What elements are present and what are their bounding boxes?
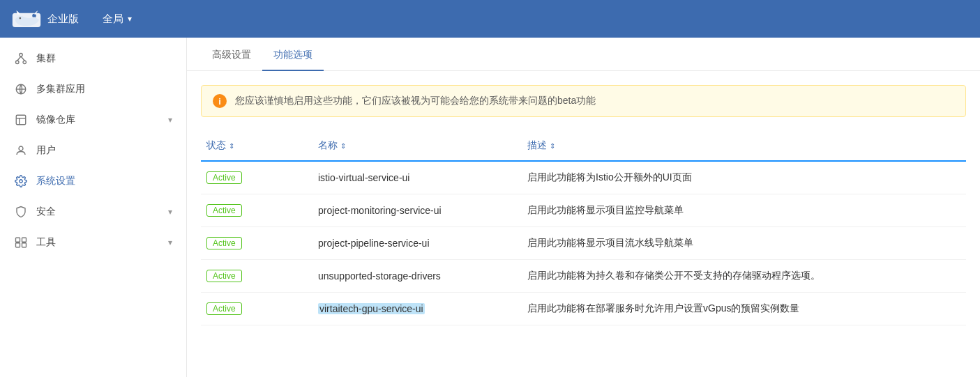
name-cell-1: project-monitoring-service-ui (312, 202, 522, 219)
table-row: Active project-monitoring-service-ui 启用此… (201, 194, 966, 227)
svg-rect-16 (22, 238, 27, 242)
scope-label: 全局 (103, 13, 123, 26)
warning-banner: i 您应该谨慎地启用这些功能，它们应该被视为可能会给您的系统带来问题的beta功… (201, 85, 966, 117)
content-body: i 您应该谨慎地启用这些功能，它们应该被视为可能会给您的系统带来问题的beta功… (187, 71, 980, 325)
table-header-status[interactable]: 状态 ⇕ (201, 137, 312, 155)
table-row: Active project-pipeline-service-ui 启用此功能… (201, 227, 966, 260)
svg-rect-18 (22, 243, 27, 247)
sort-status-icon: ⇕ (229, 142, 234, 150)
svg-point-5 (23, 61, 27, 64)
desc-cell-4: 启用此功能将在部署服务时允许用户设置vGpus的预留实例数量 (522, 300, 966, 318)
desc-cell-2: 启用此功能将显示项目流水线导航菜单 (522, 234, 966, 252)
table-header: 状态 ⇕ 名称 ⇕ 描述 ⇕ (201, 131, 966, 162)
registry-expand-icon: ▾ (168, 115, 172, 125)
security-icon (14, 205, 28, 219)
table-row: Active unsupported-storage-drivers 启用此功能… (201, 260, 966, 293)
tabs-bar: 高级设置 功能选项 (187, 38, 980, 71)
sidebar-item-tools-label: 工具 (36, 236, 160, 249)
warning-icon: i (213, 94, 227, 108)
sidebar-item-security[interactable]: 安全 ▾ (0, 197, 186, 227)
name-cell-4: virtaitech-gpu-service-ui (312, 300, 522, 317)
multi-cluster-icon (14, 82, 28, 96)
sidebar-item-registry[interactable]: 镜像仓库 ▾ (0, 105, 186, 135)
svg-rect-10 (16, 115, 26, 125)
user-icon (14, 144, 28, 157)
sidebar-item-users[interactable]: 用户 (0, 135, 186, 166)
sort-desc-icon: ⇕ (550, 142, 555, 150)
status-badge-4[interactable]: Active (206, 302, 242, 315)
sidebar-item-multi-cluster[interactable]: 多集群应用 (0, 74, 186, 105)
tab-features[interactable]: 功能选项 (262, 38, 324, 71)
name-cell-0: istio-virtual-service-ui (312, 169, 522, 186)
sidebar-item-registry-label: 镜像仓库 (36, 114, 160, 126)
main-content: 高级设置 功能选项 i 您应该谨慎地启用这些功能，它们应该被视为可能会给您的系统… (187, 38, 980, 377)
settings-icon (14, 174, 28, 188)
table-header-desc[interactable]: 描述 ⇕ (522, 137, 966, 155)
logo: 企业版 (11, 8, 79, 30)
status-cell-1: Active (201, 201, 312, 220)
status-badge-3[interactable]: Active (206, 270, 242, 282)
svg-point-3 (20, 54, 23, 57)
status-cell-0: Active (201, 169, 312, 187)
sort-name-icon: ⇕ (340, 142, 346, 150)
scope-chevron-icon: ▾ (128, 14, 132, 24)
sidebar-item-settings-label: 系统设置 (36, 175, 172, 187)
tools-expand-icon: ▾ (168, 238, 172, 247)
sidebar-item-settings[interactable]: 系统设置 (0, 166, 186, 197)
sidebar-item-users-label: 用户 (36, 144, 172, 157)
svg-point-14 (20, 180, 23, 183)
logo-text: 企业版 (47, 13, 79, 26)
table-row: Active istio-virtual-service-ui 启用此功能将为I… (201, 162, 966, 194)
status-badge-2[interactable]: Active (206, 237, 242, 249)
svg-line-6 (17, 56, 21, 61)
svg-point-13 (19, 146, 23, 151)
svg-rect-15 (16, 238, 20, 242)
status-badge-1[interactable]: Active (206, 204, 242, 217)
tab-advanced[interactable]: 高级设置 (201, 38, 262, 71)
cluster-icon (14, 52, 28, 66)
highlighted-name: virtaitech-gpu-service-ui (318, 303, 425, 314)
status-cell-3: Active (201, 267, 312, 285)
scope-selector[interactable]: 全局 ▾ (96, 8, 139, 30)
svg-point-2 (19, 17, 21, 20)
registry-icon (14, 113, 28, 127)
table-header-name[interactable]: 名称 ⇕ (312, 137, 522, 155)
svg-line-7 (21, 56, 24, 61)
desc-cell-3: 启用此功能将为持久卷和存储类公开不受支持的存储驱动程序选项。 (522, 267, 966, 285)
sidebar-item-cluster[interactable]: 集群 (0, 43, 186, 74)
top-nav: 企业版 全局 ▾ (0, 0, 980, 38)
status-badge-0[interactable]: Active (206, 171, 242, 184)
desc-cell-1: 启用此功能将显示项目监控导航菜单 (522, 201, 966, 220)
sidebar: 集群 多集群应用 镜像仓库 ▾ (0, 38, 187, 377)
table-row: Active virtaitech-gpu-service-ui 启用此功能将在… (201, 293, 966, 325)
main-layout: 集群 多集群应用 镜像仓库 ▾ (0, 38, 980, 377)
desc-cell-0: 启用此功能将为Istio公开额外的UI页面 (522, 169, 966, 187)
logo-icon (11, 8, 42, 30)
svg-point-4 (16, 61, 20, 64)
tools-icon (14, 236, 28, 249)
status-cell-4: Active (201, 300, 312, 318)
sidebar-item-cluster-label: 集群 (36, 52, 172, 65)
svg-rect-17 (16, 243, 20, 247)
status-cell-2: Active (201, 234, 312, 252)
warning-text: 您应该谨慎地启用这些功能，它们应该被视为可能会给您的系统带来问题的beta功能 (235, 95, 596, 107)
sidebar-item-multi-cluster-label: 多集群应用 (36, 83, 172, 95)
name-cell-3: unsupported-storage-drivers (312, 268, 522, 284)
security-expand-icon: ▾ (168, 207, 172, 217)
sidebar-item-security-label: 安全 (36, 206, 160, 218)
sidebar-item-tools[interactable]: 工具 ▾ (0, 227, 186, 258)
name-cell-2: project-pipeline-service-ui (312, 235, 522, 252)
